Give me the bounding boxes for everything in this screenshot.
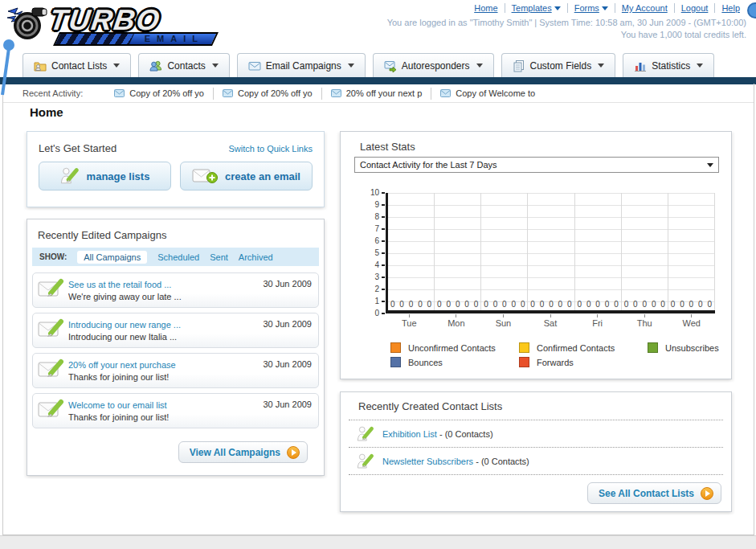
chart-group: 00000	[388, 193, 435, 310]
campaign-subtitle: We're giving away our late ...	[68, 292, 182, 301]
top-link-logout[interactable]: Logout	[675, 3, 716, 13]
nav-contact-lists[interactable]: Contact Lists	[22, 53, 131, 77]
campaign-subtitle: Thanks for joining our list!	[68, 412, 169, 422]
data-value-label: 0	[530, 300, 535, 309]
chevron-down-icon	[707, 163, 713, 167]
envelope-pencil-icon	[38, 318, 65, 339]
create-email-button[interactable]: create an email	[180, 162, 313, 191]
data-value-label: 0	[390, 300, 395, 309]
recent-activity-item[interactable]: Copy of 20% off yo	[214, 88, 322, 100]
data-value-label: 0	[484, 300, 488, 309]
campaign-subtitle: Thanks for joining our list!	[68, 372, 169, 382]
contact-list-count: - (0 Contacts)	[439, 429, 493, 439]
switch-quick-links[interactable]: Switch to Quick Links	[228, 144, 313, 154]
top-link-templates[interactable]: Templates	[505, 3, 568, 13]
data-value-label: 0	[446, 300, 451, 309]
data-value-label: 0	[474, 300, 479, 309]
campaign-row: Welcome to our email list Thanks for joi…	[32, 393, 319, 428]
data-value-label: 0	[586, 300, 591, 309]
autoresponders-icon	[384, 59, 397, 72]
chart-group: 00000	[435, 193, 481, 310]
stats-report-select[interactable]: Contact Activity for the Last 7 Days	[354, 157, 719, 173]
x-tick-label: Thu	[621, 314, 668, 328]
nav-email-campaigns[interactable]: Email Campaigns	[237, 53, 366, 77]
envelope-plus-icon	[192, 167, 218, 185]
top-link-my-account[interactable]: My Account	[615, 3, 675, 13]
data-value-label: 0	[633, 300, 638, 309]
top-links: Home Templates Forms My Account Logout H…	[468, 3, 746, 13]
tab-archived[interactable]: Archived	[239, 252, 273, 262]
contact-lists-title: Recently Created Contact Lists	[341, 392, 731, 412]
data-value-label: 0	[502, 300, 507, 309]
campaign-date: 30 Jun 2009	[255, 399, 312, 409]
x-tick-label: Fri	[574, 314, 621, 328]
legend-swatch	[390, 342, 401, 353]
envelope-pencil-icon	[38, 358, 65, 379]
data-value-label: 0	[671, 300, 676, 309]
tab-sent[interactable]: Sent	[210, 252, 228, 262]
campaign-link[interactable]: 20% off your next purchase	[68, 360, 176, 370]
manage-lists-button[interactable]: manage lists	[39, 162, 171, 191]
legend-swatch	[519, 342, 529, 353]
campaign-link[interactable]: See us at the retail food ...	[68, 280, 171, 289]
contact-list-link[interactable]: Exhibition List	[382, 429, 437, 439]
top-link-help[interactable]: Help	[715, 3, 746, 13]
y-tick-label: 9	[374, 200, 385, 210]
chevron-down-icon	[697, 64, 703, 68]
email-campaigns-icon	[248, 59, 261, 72]
data-value-label: 0	[456, 300, 460, 309]
view-all-campaigns-button[interactable]: View All Campaigns	[178, 441, 308, 463]
envelope-pencil-icon	[38, 399, 65, 420]
top-link-home[interactable]: Home	[468, 3, 505, 13]
y-tick-label: 3	[374, 272, 385, 282]
data-value-label: 0	[464, 300, 469, 309]
chevron-down-icon	[113, 64, 120, 68]
data-value-label: 0	[698, 300, 703, 309]
divider	[349, 474, 723, 475]
legend-item: Unsubscribes	[648, 342, 756, 353]
campaign-row: See us at the retail food ... We're givi…	[32, 272, 319, 308]
x-tick-label: Mon	[433, 314, 480, 328]
data-value-label: 0	[595, 300, 600, 309]
nav-statistics[interactable]: Statistics	[623, 53, 714, 77]
y-tick-label: 10	[370, 188, 385, 198]
data-value-label: 0	[577, 300, 582, 309]
see-all-contact-lists-button[interactable]: See All Contact Lists	[587, 482, 721, 504]
recent-activity-item[interactable]: Copy of Welcome to	[431, 88, 544, 100]
legend-item: Bounces	[390, 357, 519, 367]
tab-scheduled[interactable]: Scheduled	[157, 252, 199, 262]
campaign-link[interactable]: Introducing our new range ...	[68, 320, 181, 330]
recent-activity-item[interactable]: Copy of 20% off yo	[105, 88, 214, 100]
data-value-label: 0	[427, 300, 432, 309]
recent-activity-item[interactable]: 20% off your next p	[322, 88, 432, 100]
campaign-row: 20% off your next purchase Thanks for jo…	[32, 353, 319, 388]
chart-group: 00000	[528, 193, 574, 310]
recent-activity-bar: Recent Activity: Copy of 20% off yo Copy…	[3, 84, 754, 103]
get-started-panel: Let's Get Started Switch to Quick Links …	[27, 131, 325, 207]
nav-contacts[interactable]: Contacts	[138, 53, 229, 77]
chart-group: 00000	[575, 193, 622, 310]
turbo-email-dashboard: TURBO EMAIL Home Templates Forms My Acco…	[0, 0, 756, 549]
data-value-label: 0	[605, 300, 610, 309]
logo-band: EMAIL	[53, 32, 219, 46]
contact-lists-icon	[34, 59, 47, 72]
campaign-link[interactable]: Welcome to our email list	[68, 400, 167, 410]
x-tick-label: Wed	[668, 314, 715, 328]
latest-stats-title: Latest Stats	[341, 132, 731, 153]
envelope-icon	[223, 89, 233, 97]
data-value-label: 0	[689, 300, 694, 309]
contact-activity-chart: 109876543210 000000000000000000000000000…	[362, 193, 715, 328]
chart-group: 00000	[481, 193, 528, 310]
arrow-right-icon	[701, 487, 713, 500]
recent-activity-label: Recent Activity:	[22, 88, 83, 98]
nav-custom-fields[interactable]: Custom Fields	[501, 53, 616, 77]
data-value-label: 0	[624, 300, 629, 309]
session-line: You are logged in as "Timothy Smith" | S…	[387, 17, 746, 29]
nav-autoresponders[interactable]: Autoresponders	[373, 53, 494, 77]
campaigns-title: Recently Edited Campaigns	[27, 219, 324, 241]
statistics-icon	[634, 59, 647, 72]
contact-list-link[interactable]: Newsletter Subscribers	[382, 457, 473, 466]
chevron-down-icon	[602, 6, 608, 10]
top-link-forms[interactable]: Forms	[568, 3, 615, 13]
tab-all-campaigns[interactable]: All Campaigns	[77, 251, 147, 264]
